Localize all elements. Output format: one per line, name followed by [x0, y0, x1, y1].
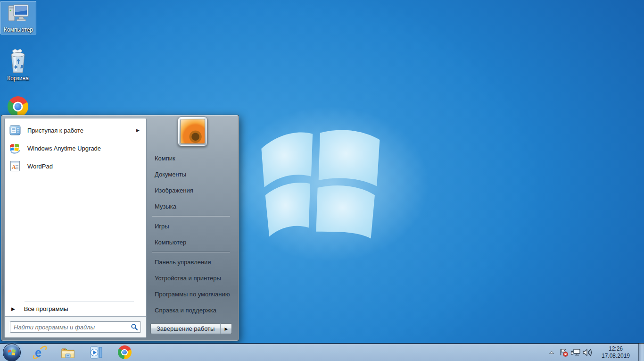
all-programs-arrow-icon: ▶: [11, 306, 15, 311]
desktop-icon-computer[interactable]: Компьютер: [0, 1, 36, 34]
user-avatar-image: [180, 119, 205, 144]
start-button[interactable]: [3, 344, 21, 361]
clock-date: 17.08.2019: [596, 353, 636, 360]
shutdown-button[interactable]: Завершение работы: [150, 323, 220, 334]
all-programs-button[interactable]: ▶ Все программы: [5, 301, 146, 316]
action-center-flag-icon: [559, 348, 569, 357]
taskbar-windows-explorer[interactable]: [54, 344, 82, 361]
clock-time: 12:26: [596, 345, 636, 353]
menu-item-computer[interactable]: Компьютер: [147, 234, 236, 250]
desktop-icon-recycle-bin[interactable]: Корзина: [0, 48, 36, 82]
desktop-icon-label: Корзина: [0, 75, 36, 82]
menu-separator: [152, 216, 230, 217]
chevron-up-icon: [549, 350, 554, 354]
wordpad-icon: A: [9, 160, 21, 172]
recycle-bin-icon: [6, 48, 30, 75]
menu-item-pictures[interactable]: Изображения: [147, 182, 236, 198]
start-menu-places-panel: Компик Документы Изображения Музыка Игры…: [147, 118, 236, 338]
taskbar-chrome[interactable]: [110, 344, 139, 361]
clock[interactable]: 12:26 17.08.2019: [596, 345, 636, 360]
user-avatar[interactable]: [178, 117, 207, 146]
desktop: Компьютер Корзина: [0, 0, 644, 361]
desktop-icon-label: Компьютер: [1, 26, 36, 33]
menu-separator: [152, 252, 230, 252]
show-hidden-icons-button[interactable]: [545, 350, 558, 354]
search-icon[interactable]: [131, 323, 138, 331]
menu-item-help-support[interactable]: Справка и поддержка: [147, 302, 236, 318]
computer-icon: [6, 1, 31, 26]
menu-item-devices-printers[interactable]: Устройства и принтеры: [147, 270, 236, 286]
menu-item-anytime-upgrade[interactable]: Windows Anytime Upgrade: [5, 139, 146, 157]
volume-icon: [582, 348, 593, 357]
menu-item-label: WordPad: [27, 163, 142, 170]
media-player-icon: [89, 345, 104, 360]
menu-item-music[interactable]: Музыка: [147, 198, 236, 214]
network-button[interactable]: [570, 348, 581, 357]
network-icon: [570, 348, 581, 357]
volume-button[interactable]: [581, 348, 593, 357]
chrome-icon: [118, 345, 132, 359]
submenu-arrow-icon: ▶: [136, 128, 140, 133]
system-tray: 12:26 17.08.2019: [545, 344, 644, 361]
taskbar-media-player[interactable]: [82, 344, 110, 361]
menu-item-getting-started[interactable]: Приступая к работе ▶: [5, 121, 146, 139]
menu-item-label: Приступая к работе: [27, 127, 136, 134]
windows-explorer-icon: [60, 345, 75, 360]
menu-item-games[interactable]: Игры: [147, 218, 236, 234]
windows-logo-wallpaper: [257, 121, 386, 240]
internet-explorer-icon: e: [32, 345, 47, 360]
taskbar-internet-explorer[interactable]: e: [25, 344, 54, 361]
menu-item-documents[interactable]: Документы: [147, 166, 236, 182]
desktop-icon-chrome[interactable]: [0, 96, 36, 117]
start-orb-flag-icon: [7, 348, 17, 357]
chrome-icon: [8, 96, 28, 117]
svg-text:e: e: [35, 346, 41, 359]
taskbar: e: [0, 343, 644, 361]
start-menu-programs-panel: Приступая к работе ▶ Windows Anytime Upg…: [4, 118, 147, 338]
search-strip: [5, 316, 146, 337]
all-programs-label: Все программы: [24, 305, 68, 312]
menu-item-user[interactable]: Компик: [147, 150, 236, 166]
show-desktop-button[interactable]: [638, 344, 644, 361]
windows-anytime-upgrade-icon: [9, 142, 21, 154]
search-input[interactable]: [10, 321, 141, 333]
action-center-button[interactable]: [558, 348, 570, 357]
getting-started-icon: [9, 124, 21, 136]
start-menu: Приступая к работе ▶ Windows Anytime Upg…: [1, 115, 239, 341]
menu-item-control-panel[interactable]: Панель управления: [147, 254, 236, 270]
menu-item-label: Windows Anytime Upgrade: [27, 145, 142, 152]
shutdown-options-arrow[interactable]: ▶: [220, 323, 232, 334]
menu-item-wordpad[interactable]: A WordPad: [5, 157, 146, 175]
svg-text:A: A: [12, 164, 16, 170]
menu-item-default-programs[interactable]: Программы по умолчанию: [147, 286, 236, 302]
